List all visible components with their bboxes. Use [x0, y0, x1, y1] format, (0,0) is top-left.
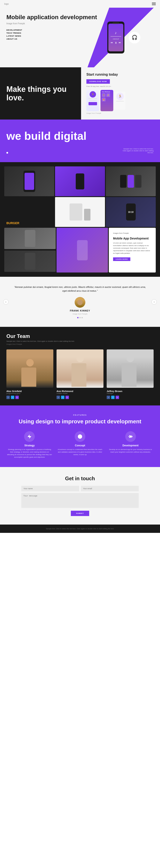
ann-silhouette: [72, 354, 88, 388]
workout-icons: 🏋 ⚡ 🔥: [102, 93, 112, 101]
ann-twitter[interactable]: t: [61, 396, 64, 399]
testimonial-img-credit: Image from Freepik: [13, 313, 147, 315]
alex-twitter[interactable]: t: [11, 396, 14, 399]
card-title: Mobile App Development: [113, 237, 152, 240]
logo: logo: [4, 3, 9, 5]
testimonial-section: ‹ Aenean pulvinar dui ornare, feugiat lo…: [0, 277, 160, 327]
jeffrey-socials: f t in: [107, 396, 154, 399]
team-grid: Alex Grinfield programming guru f t in A…: [6, 349, 154, 399]
message-input[interactable]: [21, 493, 139, 508]
contact-form: SUBMIT: [21, 486, 139, 516]
phone-small: [84, 209, 90, 220]
prev-arrow[interactable]: ‹: [3, 299, 8, 305]
next-arrow[interactable]: ›: [152, 299, 157, 305]
learn-more-button[interactable]: LEARN MORE: [113, 257, 130, 261]
tablet-phones: [70, 204, 90, 220]
jeffrey-linkedin[interactable]: in: [116, 396, 119, 399]
ann-body: [72, 363, 86, 387]
development-name: Development: [107, 444, 154, 447]
alex-facebook[interactable]: f: [6, 396, 10, 399]
features-section: FEATURES Using design to improve product…: [0, 405, 160, 467]
pb-phone: [25, 230, 35, 247]
form-row-1: [21, 486, 139, 491]
phone-hand: [24, 170, 35, 192]
team-description: Sample text. Click to select the text bo…: [6, 340, 154, 342]
make-section: Make things you love. Start running toda…: [0, 67, 160, 120]
your-workout: Your Workout: [102, 91, 112, 92]
portfolio-item-1: [4, 166, 54, 196]
avatar-face: [75, 297, 85, 308]
nav-about-us[interactable]: ABOUT US: [6, 38, 154, 40]
alex-role: programming guru: [6, 393, 53, 394]
dot-3[interactable]: [81, 317, 83, 318]
dot-2[interactable]: [79, 317, 81, 318]
screen-button: [88, 102, 97, 105]
screen-bar-2: [89, 100, 97, 100]
jeffrey-body: [122, 363, 136, 387]
features-title: Using design to improve product developm…: [6, 418, 154, 425]
nav-tech-trends[interactable]: TECH TRENDS: [6, 32, 154, 34]
development-svg: [128, 434, 133, 439]
small-bar: [116, 101, 124, 101]
nav-development[interactable]: DEVELOPMENT: [6, 29, 154, 31]
hamburger-line-1: [152, 3, 156, 3]
alex-socials: f t in: [6, 396, 53, 399]
icon-3: 🔥: [102, 98, 106, 101]
ann-facebook[interactable]: f: [56, 396, 60, 399]
ann-name: Ann Richmond: [56, 390, 104, 393]
development-icon: [125, 431, 136, 442]
portfolio-item-2: [55, 166, 105, 196]
fitness-icon: 🏃: [89, 91, 96, 98]
name-input[interactable]: [21, 486, 79, 491]
alex-silhouette: [21, 356, 38, 388]
footer: Sample text. Click to select the text bo…: [0, 525, 160, 533]
testimonial-name: FRANK KINNEY: [13, 309, 147, 312]
email-input[interactable]: [81, 486, 139, 491]
alex-linkedin[interactable]: in: [16, 396, 19, 399]
feature-concept: Concept A business concept is a statemen…: [57, 431, 103, 459]
icon-1: 🏋: [102, 93, 106, 97]
pi-2-content: [55, 166, 105, 196]
pi-1-content: [4, 166, 54, 196]
strategy-svg: [27, 434, 32, 439]
dot-1[interactable]: [77, 317, 79, 318]
alex-head: [26, 359, 34, 367]
portfolio-bottom: Images from Freepik Mobile App Developme…: [4, 228, 156, 273]
jeffrey-name: Jeffrey Brown: [107, 390, 154, 393]
portfolio-bottom-left: [4, 228, 108, 273]
portfolio-section: BURGER 10:10: [0, 162, 160, 277]
app-screen-small: 🏃: [114, 92, 125, 110]
pb-2-content: [56, 228, 108, 273]
hero-content: Mobile application development Image fro…: [6, 14, 154, 40]
pb-3-content: [4, 251, 56, 272]
burger-text: BURGER: [6, 221, 20, 225]
concept-icon: [75, 431, 85, 442]
features-label: FEATURES: [6, 414, 154, 416]
phone-b: [128, 175, 134, 188]
submit-button[interactable]: SUBMIT: [71, 511, 89, 516]
start-running-title: Start running today: [86, 73, 155, 76]
team-image-credit: Images from Freepik: [6, 343, 154, 345]
portfolio-item-3: [106, 166, 156, 196]
pb-3: [4, 251, 56, 272]
ann-linkedin[interactable]: in: [65, 396, 69, 399]
app-screens: 🏃 Your Workout 🏋 ⚡ 🔥 �: [86, 90, 155, 111]
jeffrey-head: [127, 355, 134, 362]
phones-row: [120, 175, 141, 188]
strategy-desc: Strategy planning is an organization's p…: [6, 448, 53, 459]
pi-4-content: BURGER: [4, 197, 54, 227]
alex-body: [21, 368, 36, 387]
small-icon: 🏃: [116, 93, 124, 100]
concept-svg: [77, 434, 83, 439]
pi-5-content: [55, 197, 105, 227]
pi-3-content: [106, 166, 156, 196]
feature-strategy: Strategy Strategy planning is an organiz…: [6, 431, 53, 459]
team-section: Our Team Sample text. Click to select th…: [0, 327, 160, 405]
menu-button[interactable]: [152, 3, 156, 5]
jeffrey-facebook[interactable]: f: [107, 396, 110, 399]
nav-latest-news[interactable]: LATEST NEWS: [6, 35, 154, 37]
build-title: we build digital: [6, 130, 154, 142]
jeffrey-twitter[interactable]: t: [111, 396, 114, 399]
download-button[interactable]: DOWNLOAD NOW: [86, 79, 110, 84]
trial-text: Free 30-day trial. macOS 10.11+: [86, 86, 155, 87]
